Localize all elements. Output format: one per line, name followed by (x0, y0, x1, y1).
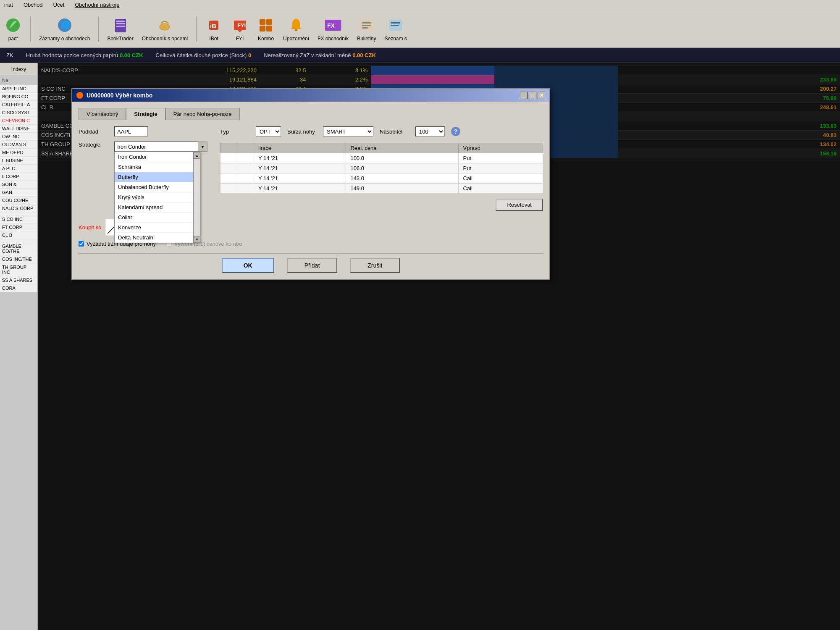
sidebar-stock-chevron[interactable]: CHEVRON C (0, 117, 37, 125)
tab-vicenasobny[interactable]: Vícenásobný (79, 108, 126, 120)
status-nerealizovany: Nerealizovaný ZaZ v základní měně 0.00 C… (264, 52, 376, 58)
toolbar-booktrader[interactable]: BookTrader (107, 16, 133, 42)
sidebar-stock-empty1 (0, 213, 37, 215)
sidebar-stock-caterpillar[interactable]: CATERPILLA (0, 101, 37, 109)
toolbar-ibot[interactable]: iB IBot (205, 16, 223, 42)
form-right: Typ OPT Burza nohy SMART Násobitel (220, 126, 543, 211)
dropdown-item-konverze[interactable]: Konverze (115, 223, 200, 233)
svg-rect-19 (362, 22, 371, 24)
typ-select[interactable]: OPT (256, 126, 281, 136)
strategie-row: Strategie ▼ Iron Condor Sc (79, 142, 207, 152)
sidebar-stock-ss[interactable]: SS A SHARES (0, 276, 37, 284)
strategy-container: ▼ Iron Condor Schránka Butterfly Unbalan… (114, 142, 207, 152)
sidebar-stock-cou[interactable]: COU CO/HE (0, 197, 37, 205)
scroll-up-button[interactable]: ▲ (194, 152, 200, 159)
sidebar-stock-boeing[interactable]: BOEING CO (0, 93, 37, 101)
sidebar-stock-th[interactable]: TH GROUP INC (0, 263, 37, 276)
sidebar-tab-indexy[interactable]: Indexy (0, 63, 37, 76)
burza-select[interactable]: SMART (323, 126, 373, 136)
nasobitel-select[interactable]: 100 (415, 126, 445, 136)
table-area: NALD'S-CORP 115,222,220 32.5 3.1% 19,121… (38, 63, 840, 630)
help-button[interactable]: ? (451, 127, 460, 136)
status-zk: ZK (6, 52, 13, 58)
sidebar-stock-goldman[interactable]: OLDMAN S (0, 141, 37, 149)
strategie-dropdown-button[interactable]: ▼ (198, 142, 207, 152)
podklad-row: Podklad (79, 126, 207, 136)
status-bar: ZK Hrubá hodnota pozice cenných papírů 0… (0, 48, 840, 63)
toolbar-kombo[interactable]: Kombo (257, 16, 275, 42)
toolbar-separator-3 (196, 16, 197, 42)
sidebar-stock-sco[interactable]: S CO INC (0, 215, 37, 223)
sidebar-stock-microsoft[interactable]: FT CORP (0, 223, 37, 231)
sidebar-stock-jj[interactable]: SON & (0, 181, 37, 189)
typ-label: Typ (220, 129, 249, 135)
podklad-input[interactable] (114, 126, 148, 136)
strategie-label: Strategie (79, 142, 108, 148)
toolbar-zaznamy[interactable]: 🌐 Záznamy o obchodech (39, 16, 90, 42)
dialog-icon (76, 92, 83, 99)
sidebar-stock-ow[interactable]: OW INC (0, 133, 37, 141)
sidebar-stock-jpmc[interactable]: L CORP (0, 173, 37, 181)
leg1-side: Put (459, 153, 543, 163)
strategie-input[interactable] (114, 142, 198, 152)
dropdown-item-butterfly[interactable]: Butterfly (115, 172, 200, 182)
menu-ucet[interactable]: Účet (51, 1, 67, 9)
sidebar-stock-clb[interactable]: CL B (0, 231, 37, 239)
sidebar-stock-cora[interactable]: CORA (0, 284, 37, 292)
legs-col-empty1 (220, 143, 237, 153)
dropdown-item-schranka[interactable]: Schránka (115, 162, 200, 172)
scroll-down-button[interactable]: ▼ (194, 236, 200, 243)
booktrader-icon (112, 16, 129, 34)
sidebar-stock-pg[interactable]: GAMBLE CO/THE (0, 242, 37, 255)
dropdown-item-collar[interactable]: Collar (115, 213, 200, 223)
svg-rect-12 (266, 19, 272, 25)
pridat-button[interactable]: Přidat (287, 258, 338, 273)
legs-col-side: Vpravo (459, 143, 543, 153)
dropdown-item-ironcondor[interactable]: Iron Condor (115, 152, 200, 162)
status-celkova: Celková částka dlouhé pozice (Stock) 0 (156, 52, 252, 58)
toolbar-upozorneni[interactable]: Upozornění (283, 16, 309, 42)
menu-inat[interactable]: inat (2, 1, 15, 9)
menu-obchodni[interactable]: Obchodní nástroje (73, 1, 121, 9)
tab-strategie[interactable]: Strategie (126, 108, 165, 120)
toolbar-options[interactable]: Obchodník s opcemi (142, 16, 188, 42)
menu-obchod[interactable]: Obchod (21, 1, 45, 9)
ok-button[interactable]: OK (222, 258, 274, 273)
svg-rect-11 (260, 19, 265, 25)
dialog-close-button[interactable]: ✕ (538, 92, 545, 99)
dropdown-item-unbalanced[interactable]: Unbalanced Butterfly (115, 182, 200, 192)
dialog-tabs: Vícenásobný Strategie Pár nebo Noha-po-n… (79, 108, 543, 120)
toolbar-fyi[interactable]: FYI FYI (231, 16, 249, 42)
button-row: OK Přidat Zrušit (79, 253, 543, 273)
leg2-price: 106.0 (346, 163, 459, 173)
tab-par-noha[interactable]: Pár nebo Noha-po-noze (165, 108, 240, 120)
nasobitel-label: Násobitel (380, 129, 409, 135)
sidebar-stock-disney[interactable]: WALT DISNE (0, 125, 37, 133)
sidebar-stock-morgan[interactable]: GAN (0, 189, 37, 197)
sidebar-stock-jnj[interactable]: A PLC (0, 165, 37, 173)
toolbar-pact[interactable]: pact (4, 16, 22, 42)
svg-text:FX: FX (327, 22, 335, 29)
dialog-minimize-button[interactable]: _ (520, 92, 528, 99)
leg2-side: Put (459, 163, 543, 173)
scroll-track (194, 159, 200, 236)
leg1-expiry: Y 14 '21 (254, 153, 346, 163)
dialog-maximize-button[interactable]: □ (529, 92, 536, 99)
zrusit-button[interactable]: Zrušit (350, 258, 400, 273)
sidebar-stock-mcdonalds[interactable]: NALD'S-CORP (0, 205, 37, 213)
sidebar-stock-homedepot[interactable]: ME DEPO (0, 149, 37, 157)
sidebar-stock-ibm[interactable]: L BUSINE (0, 157, 37, 165)
dropdown-item-krytyvypis[interactable]: Krytý výpis (115, 192, 200, 202)
sidebar-stock-cisco[interactable]: CISCO SYST (0, 109, 37, 117)
leg4-price: 149.0 (346, 184, 459, 194)
toolbar-bulletiny[interactable]: Bulletiny (357, 16, 376, 42)
sidebar-stock-apple[interactable]: APPLE INC (0, 85, 37, 93)
toolbar-seznam[interactable]: Seznam s (385, 16, 407, 42)
dropdown-item-kalendarni[interactable]: Kalendární spread (115, 202, 200, 213)
resetovat-button[interactable]: Resetovat (496, 199, 543, 211)
sidebar-stock-cos[interactable]: COS INC/THE (0, 255, 37, 263)
dropdown-item-delta[interactable]: Delta-Neutralní (115, 233, 200, 243)
dialog-corner-buttons: _ □ ✕ (520, 92, 545, 99)
checkbox1-input[interactable] (79, 241, 84, 247)
toolbar-fx[interactable]: FX FX obchodník (318, 16, 349, 42)
